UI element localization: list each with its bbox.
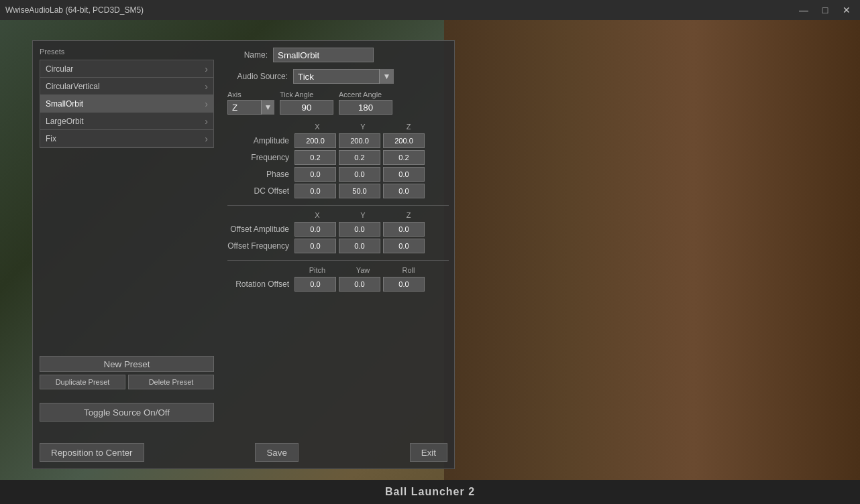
axis-select[interactable]: Z X Y — [227, 100, 274, 115]
section-divider — [227, 205, 449, 206]
accent-angle-label: Accent Angle — [339, 90, 392, 99]
audio-source-label: Audio Source: — [227, 72, 288, 81]
phase-x-input[interactable] — [294, 167, 336, 182]
frequency-y-input[interactable] — [339, 150, 380, 165]
rotation-offset-row: Rotation Offset — [227, 277, 449, 292]
rotation-offset-label: Rotation Offset — [227, 279, 294, 289]
dc-offset-row: DC Offset — [227, 184, 449, 198]
yaw-col-label: Yaw — [340, 266, 386, 274]
frequency-row: Frequency — [227, 150, 449, 165]
preset-action-row: Duplicate Preset Delete Preset — [40, 375, 214, 389]
offset-amplitude-z-input[interactable] — [383, 222, 425, 237]
preset-list: Circular › CircularVertical › SmallOrbit… — [40, 60, 214, 148]
title-bar: WwiseAudioLab (64-bit, PCD3D_SM5) — □ ✕ — [0, 0, 860, 20]
dc-offset-y-input[interactable] — [339, 184, 380, 198]
presets-section: Presets Circular › CircularVertical › Sm… — [40, 48, 214, 148]
presets-label: Presets — [40, 48, 214, 56]
maximize-button[interactable]: □ — [817, 3, 833, 17]
name-input[interactable] — [273, 48, 374, 62]
frequency-x-input[interactable] — [294, 150, 336, 165]
offset-xyz-header: X Y Z — [294, 211, 449, 219]
preset-item-circular[interactable]: Circular › — [40, 60, 213, 78]
phase-row: Phase — [227, 167, 449, 182]
frequency-label: Frequency — [227, 153, 294, 162]
settings-panel: Name: Audio Source: Tick ▼ Axis Z X — [227, 48, 449, 298]
xyz-header: X Y Z — [294, 123, 449, 131]
roll-col-label: Roll — [386, 266, 431, 274]
name-row: Name: — [227, 48, 449, 62]
amplitude-row: Amplitude — [227, 133, 449, 148]
y-col-label: Y — [340, 123, 386, 131]
amplitude-label: Amplitude — [227, 136, 294, 145]
audio-source-dropdown-wrap: Tick ▼ — [293, 69, 394, 84]
offset-frequency-row: Offset Frequency — [227, 239, 449, 253]
rotation-pitch-input[interactable] — [294, 277, 336, 292]
offset-frequency-label: Offset Frequency — [227, 241, 294, 251]
offset-frequency-z-input[interactable] — [383, 239, 425, 253]
dc-offset-x-input[interactable] — [294, 184, 336, 198]
pitch-col-label: Pitch — [294, 266, 340, 274]
axis-row: Axis Z X Y ▼ Tick Angle Accent Angle — [227, 90, 449, 115]
offset-y-col-label: Y — [340, 211, 386, 219]
exit-button[interactable]: Exit — [410, 443, 447, 462]
close-button[interactable]: ✕ — [839, 3, 855, 17]
amplitude-y-input[interactable] — [339, 133, 380, 148]
preset-name: Circular — [46, 64, 73, 74]
preset-name: SmallOrbit — [46, 99, 83, 109]
amplitude-x-input[interactable] — [294, 133, 336, 148]
dc-offset-label: DC Offset — [227, 186, 294, 196]
preset-arrow-icon: › — [205, 133, 208, 144]
bottom-buttons: Reposition to Center Save Exit — [40, 443, 447, 462]
audio-source-row: Audio Source: Tick ▼ — [227, 69, 449, 84]
preset-item-circularvertical[interactable]: CircularVertical › — [40, 78, 213, 95]
dc-offset-z-input[interactable] — [383, 184, 425, 198]
duplicate-preset-button[interactable]: Duplicate Preset — [40, 375, 125, 389]
phase-label: Phase — [227, 170, 294, 179]
tick-angle-group: Tick Angle — [280, 90, 333, 115]
preset-item-largeorbit[interactable]: LargeOrbit › — [40, 113, 213, 130]
rotation-header: Pitch Yaw Roll — [294, 266, 449, 274]
main-panel: Presets Circular › CircularVertical › Sm… — [32, 40, 455, 469]
offset-frequency-x-input[interactable] — [294, 239, 336, 253]
phase-z-input[interactable] — [383, 167, 425, 182]
x-col-label: X — [294, 123, 340, 131]
preset-item-smallorbit[interactable]: SmallOrbit › — [40, 95, 213, 113]
amplitude-z-input[interactable] — [383, 133, 425, 148]
tick-angle-input[interactable] — [280, 100, 333, 115]
preset-name: LargeOrbit — [46, 117, 84, 126]
offset-amplitude-label: Offset Amplitude — [227, 225, 294, 234]
delete-preset-button[interactable]: Delete Preset — [128, 375, 214, 389]
preset-item-fix[interactable]: Fix › — [40, 130, 213, 147]
toggle-source-button[interactable]: Toggle Source On/Off — [40, 403, 214, 422]
minimize-button[interactable]: — — [796, 3, 812, 17]
preset-name: Fix — [46, 134, 56, 143]
preset-arrow-icon: › — [205, 116, 208, 127]
rotation-roll-input[interactable] — [383, 277, 425, 292]
save-button[interactable]: Save — [255, 443, 298, 462]
offset-frequency-y-input[interactable] — [339, 239, 380, 253]
app-title-bar: Ball Launcher 2 — [0, 480, 860, 504]
rotation-divider — [227, 260, 449, 261]
preset-buttons: New Preset Duplicate Preset Delete Prese… — [40, 356, 214, 389]
offset-amplitude-x-input[interactable] — [294, 222, 336, 237]
offset-x-col-label: X — [294, 211, 340, 219]
offset-amplitude-y-input[interactable] — [339, 222, 380, 237]
reposition-button[interactable]: Reposition to Center — [40, 443, 144, 462]
preset-arrow-icon: › — [205, 99, 208, 109]
phase-y-input[interactable] — [339, 167, 380, 182]
new-preset-button[interactable]: New Preset — [40, 356, 214, 372]
window-controls: — □ ✕ — [796, 3, 855, 17]
name-label: Name: — [227, 50, 268, 60]
rotation-yaw-input[interactable] — [339, 277, 380, 292]
accent-angle-input[interactable] — [339, 100, 392, 115]
offset-z-col-label: Z — [386, 211, 431, 219]
building-background — [444, 20, 860, 504]
preset-arrow-icon: › — [205, 64, 208, 74]
axis-group: Axis Z X Y ▼ — [227, 90, 274, 115]
offset-section: X Y Z Offset Amplitude Offset Frequency — [227, 211, 449, 253]
audio-source-select[interactable]: Tick — [293, 69, 394, 84]
offset-amplitude-row: Offset Amplitude — [227, 222, 449, 237]
frequency-z-input[interactable] — [383, 150, 425, 165]
accent-angle-group: Accent Angle — [339, 90, 392, 115]
axis-label: Axis — [227, 90, 274, 99]
